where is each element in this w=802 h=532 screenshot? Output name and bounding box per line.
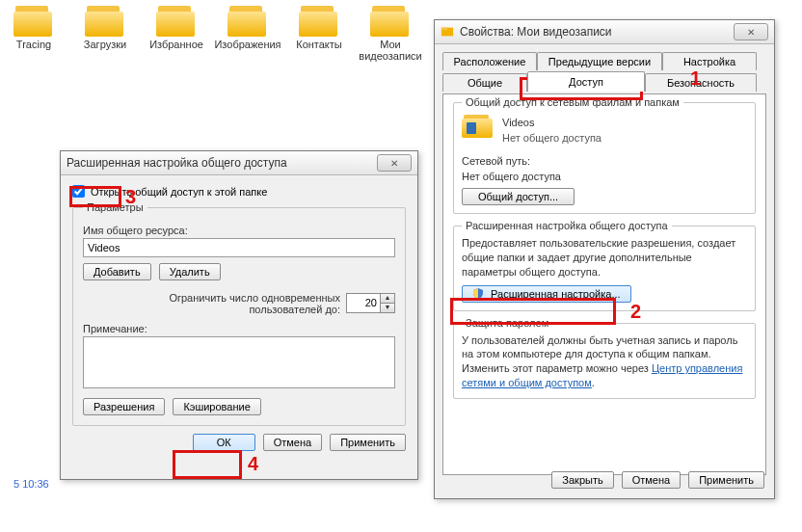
spin-down-icon[interactable]: ▼: [380, 304, 395, 313]
tab-location[interactable]: Расположение: [442, 52, 537, 70]
share-name: Videos: [502, 117, 602, 128]
close-icon[interactable]: ✕: [377, 154, 412, 172]
sharing-pane: Общий доступ к сетевым файлам и папкам V…: [442, 93, 766, 475]
properties-dialog: Свойства: Мои видеозаписи ✕ Расположение…: [434, 19, 775, 499]
apply-button[interactable]: Применить: [688, 471, 764, 489]
tab-sharing[interactable]: Доступ: [527, 71, 645, 92]
properties-title: Свойства: Мои видеозаписи: [460, 25, 612, 39]
password-desc: У пользователей должны быть учетная запи…: [462, 333, 747, 390]
apply-button[interactable]: Применить: [330, 434, 406, 451]
netpath-value: Нет общего доступа: [462, 171, 747, 182]
comment-label: Примечание:: [83, 323, 395, 334]
advanced-titlebar[interactable]: Расширенная настройка общего доступа ✕: [61, 151, 417, 175]
folder-downloads[interactable]: Загрузки: [75, 4, 135, 62]
spin-up-icon[interactable]: ▲: [380, 293, 395, 304]
ok-button[interactable]: ОК: [193, 434, 255, 451]
limit-spinner[interactable]: ▲▼: [346, 293, 395, 313]
explorer-folders: Tracing Загрузки Избранное Изображения К…: [4, 4, 420, 62]
share-checkbox-label: Открыть общий доступ к этой папке: [91, 186, 267, 198]
folder-contacts[interactable]: Контакты: [289, 4, 349, 62]
folder-pictures[interactable]: Изображения: [218, 4, 278, 62]
properties-titlebar[interactable]: Свойства: Мои видеозаписи ✕: [435, 20, 774, 44]
share-checkbox-row[interactable]: Открыть общий доступ к этой папке: [72, 185, 406, 198]
limit-input[interactable]: [346, 293, 380, 313]
share-name-input[interactable]: [83, 238, 395, 257]
remove-button[interactable]: Удалить: [159, 263, 221, 280]
netpath-label: Сетевой путь:: [462, 155, 747, 167]
add-button[interactable]: Добавить: [83, 263, 151, 280]
password-protect-group: Защита паролем У пользователей должны бы…: [453, 323, 756, 399]
share-checkbox[interactable]: [72, 185, 85, 198]
advanced-title: Расширенная настройка общего доступа: [67, 156, 287, 170]
advanced-share-desc: Предоставляет пользовательские разрешени…: [462, 236, 747, 279]
params-fieldset: Параметры Имя общего ресурса: Добавить У…: [72, 201, 406, 426]
cancel-button[interactable]: Отмена: [263, 434, 322, 451]
tab-security[interactable]: Безопасность: [645, 73, 757, 92]
share-button[interactable]: Общий доступ...: [462, 188, 575, 205]
limit-label: Ограничить число одновременных пользоват…: [128, 292, 340, 315]
statusbar-time: 5 10:36: [13, 478, 49, 490]
folder-myvideos[interactable]: Мои видеозаписи: [361, 4, 420, 62]
folder-icon: [441, 25, 454, 39]
folder-favorites[interactable]: Избранное: [147, 4, 206, 62]
close-button[interactable]: Закрыть: [551, 471, 613, 489]
folder-tracing[interactable]: Tracing: [4, 4, 64, 62]
share-status: Нет общего доступа: [502, 132, 602, 144]
comment-textarea[interactable]: [83, 336, 395, 388]
advanced-share-group: Расширенная настройка общего доступа Пре…: [453, 226, 756, 311]
svg-rect-1: [441, 28, 447, 31]
tab-general[interactable]: Общие: [442, 73, 527, 92]
cancel-button[interactable]: Отмена: [622, 471, 681, 489]
tabstrip: Расположение Предыдущие версии Настройка…: [442, 52, 766, 94]
tab-customize[interactable]: Настройка: [662, 52, 757, 70]
advanced-sharing-dialog: Расширенная настройка общего доступа ✕ О…: [60, 150, 418, 480]
caching-button[interactable]: Кэширование: [173, 398, 260, 415]
close-icon[interactable]: ✕: [734, 23, 768, 40]
network-share-group: Общий доступ к сетевым файлам и папкам V…: [453, 102, 756, 214]
shield-icon: [472, 288, 484, 300]
advanced-settings-button[interactable]: Расширенная настройка...: [462, 285, 631, 303]
share-name-label: Имя общего ресурса:: [83, 225, 395, 236]
permissions-button[interactable]: Разрешения: [83, 398, 165, 415]
tab-previous-versions[interactable]: Предыдущие версии: [537, 52, 662, 70]
videos-folder-icon: [462, 113, 495, 140]
